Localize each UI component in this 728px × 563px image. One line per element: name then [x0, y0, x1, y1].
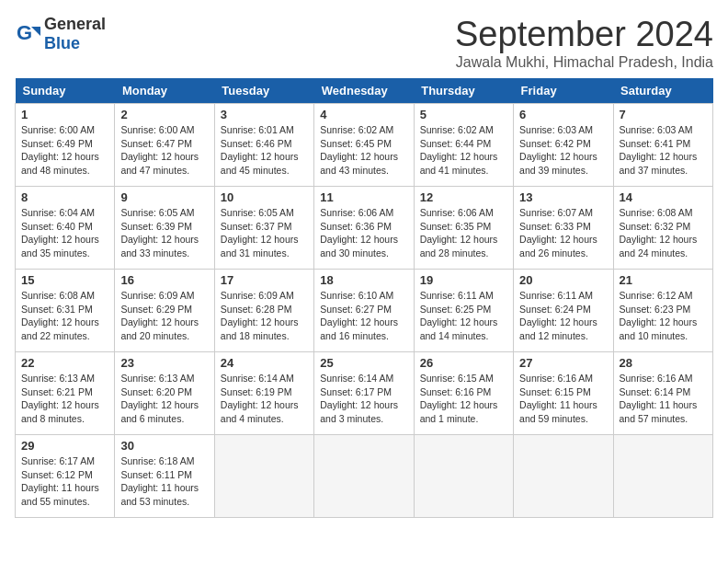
day-number: 26: [420, 356, 507, 370]
title-area: September 2024 Jawala Mukhi, Himachal Pr…: [455, 15, 713, 71]
cell-info: Sunrise: 6:11 AMSunset: 6:25 PMDaylight:…: [420, 289, 507, 343]
day-number: 16: [120, 273, 208, 287]
logo-blue-text: Blue: [44, 34, 80, 52]
day-number: 2: [120, 108, 208, 121]
calendar-cell: 12Sunrise: 6:06 AMSunset: 6:35 PMDayligh…: [414, 187, 513, 270]
calendar-cell: 13Sunrise: 6:07 AMSunset: 6:33 PMDayligh…: [514, 187, 613, 270]
cell-info: Sunrise: 6:13 AMSunset: 6:20 PMDaylight:…: [120, 372, 208, 426]
svg-marker-1: [31, 27, 40, 36]
cell-info: Sunrise: 6:01 AMSunset: 6:46 PMDaylight:…: [221, 123, 308, 178]
col-header-thursday: Thursday: [414, 78, 513, 104]
cell-info: Sunrise: 6:03 AMSunset: 6:42 PMDaylight:…: [519, 123, 607, 178]
calendar-cell: 16Sunrise: 6:09 AMSunset: 6:29 PMDayligh…: [115, 270, 214, 352]
calendar-cell: [514, 435, 613, 518]
cell-info: Sunrise: 6:15 AMSunset: 6:16 PMDaylight:…: [420, 372, 507, 426]
calendar-cell: 7Sunrise: 6:03 AMSunset: 6:41 PMDaylight…: [613, 104, 712, 187]
calendar-cell: 9Sunrise: 6:05 AMSunset: 6:39 PMDaylight…: [115, 187, 214, 270]
cell-info: Sunrise: 6:13 AMSunset: 6:21 PMDaylight:…: [21, 372, 108, 426]
header: G General Blue September 2024 Jawala Muk…: [15, 15, 713, 71]
day-number: 17: [221, 273, 308, 287]
cell-info: Sunrise: 6:00 AMSunset: 6:49 PMDaylight:…: [21, 123, 108, 178]
day-number: 5: [420, 108, 507, 121]
day-number: 23: [120, 356, 208, 370]
cell-info: Sunrise: 6:12 AMSunset: 6:23 PMDaylight:…: [620, 289, 707, 343]
cell-info: Sunrise: 6:08 AMSunset: 6:32 PMDaylight:…: [620, 206, 707, 260]
cell-info: Sunrise: 6:16 AMSunset: 6:14 PMDaylight:…: [620, 372, 707, 426]
calendar-cell: 24Sunrise: 6:14 AMSunset: 6:19 PMDayligh…: [214, 352, 313, 435]
logo: G General Blue: [15, 15, 106, 53]
calendar-cell: 4Sunrise: 6:02 AMSunset: 6:45 PMDaylight…: [314, 104, 414, 187]
calendar-cell: 20Sunrise: 6:11 AMSunset: 6:24 PMDayligh…: [514, 270, 613, 352]
day-number: 7: [620, 108, 707, 121]
day-number: 30: [120, 439, 208, 453]
day-number: 15: [21, 273, 108, 287]
day-number: 6: [519, 108, 607, 121]
calendar-cell: 10Sunrise: 6:05 AMSunset: 6:37 PMDayligh…: [214, 187, 313, 270]
calendar-cell: 6Sunrise: 6:03 AMSunset: 6:42 PMDaylight…: [514, 104, 613, 187]
calendar-table: SundayMondayTuesdayWednesdayThursdayFrid…: [15, 78, 713, 518]
calendar-cell: 25Sunrise: 6:14 AMSunset: 6:17 PMDayligh…: [314, 352, 414, 435]
col-header-saturday: Saturday: [613, 78, 712, 104]
day-number: 1: [21, 108, 108, 121]
day-number: 11: [320, 190, 407, 204]
calendar-cell: 1Sunrise: 6:00 AMSunset: 6:49 PMDaylight…: [16, 104, 115, 187]
calendar-cell: 29Sunrise: 6:17 AMSunset: 6:12 PMDayligh…: [16, 435, 115, 518]
day-number: 8: [21, 190, 108, 204]
month-title: September 2024: [455, 15, 713, 54]
cell-info: Sunrise: 6:05 AMSunset: 6:39 PMDaylight:…: [120, 206, 208, 260]
cell-info: Sunrise: 6:14 AMSunset: 6:19 PMDaylight:…: [221, 372, 308, 426]
day-number: 13: [519, 190, 607, 204]
day-number: 18: [320, 273, 407, 287]
cell-info: Sunrise: 6:04 AMSunset: 6:40 PMDaylight:…: [21, 206, 108, 260]
cell-info: Sunrise: 6:02 AMSunset: 6:45 PMDaylight:…: [320, 123, 407, 178]
calendar-cell: [613, 435, 712, 518]
cell-info: Sunrise: 6:17 AMSunset: 6:12 PMDaylight:…: [21, 454, 108, 509]
calendar-cell: [214, 435, 313, 518]
cell-info: Sunrise: 6:14 AMSunset: 6:17 PMDaylight:…: [320, 372, 407, 426]
cell-info: Sunrise: 6:16 AMSunset: 6:15 PMDaylight:…: [519, 372, 607, 426]
col-header-friday: Friday: [514, 78, 613, 104]
calendar-cell: 18Sunrise: 6:10 AMSunset: 6:27 PMDayligh…: [314, 270, 414, 352]
day-number: 3: [221, 108, 308, 121]
calendar-cell: 14Sunrise: 6:08 AMSunset: 6:32 PMDayligh…: [613, 187, 712, 270]
logo-icon: G: [15, 21, 40, 47]
cell-info: Sunrise: 6:05 AMSunset: 6:37 PMDaylight:…: [221, 206, 308, 260]
col-header-tuesday: Tuesday: [214, 78, 313, 104]
day-number: 27: [519, 356, 607, 370]
calendar-cell: 21Sunrise: 6:12 AMSunset: 6:23 PMDayligh…: [613, 270, 712, 352]
col-header-wednesday: Wednesday: [314, 78, 414, 104]
calendar-cell: 22Sunrise: 6:13 AMSunset: 6:21 PMDayligh…: [16, 352, 115, 435]
day-number: 20: [519, 273, 607, 287]
day-number: 19: [420, 273, 507, 287]
calendar-cell: 17Sunrise: 6:09 AMSunset: 6:28 PMDayligh…: [214, 270, 313, 352]
day-number: 14: [620, 190, 707, 204]
day-number: 4: [320, 108, 407, 121]
calendar-cell: 11Sunrise: 6:06 AMSunset: 6:36 PMDayligh…: [314, 187, 414, 270]
calendar-cell: 30Sunrise: 6:18 AMSunset: 6:11 PMDayligh…: [115, 435, 214, 518]
cell-info: Sunrise: 6:10 AMSunset: 6:27 PMDaylight:…: [320, 289, 407, 343]
day-number: 28: [620, 356, 707, 370]
calendar-cell: 23Sunrise: 6:13 AMSunset: 6:20 PMDayligh…: [115, 352, 214, 435]
calendar-cell: [414, 435, 513, 518]
calendar-cell: 2Sunrise: 6:00 AMSunset: 6:47 PMDaylight…: [115, 104, 214, 187]
svg-text:G: G: [17, 21, 32, 44]
logo-general-text: General: [44, 15, 106, 33]
cell-info: Sunrise: 6:08 AMSunset: 6:31 PMDaylight:…: [21, 289, 108, 343]
col-header-monday: Monday: [115, 78, 214, 104]
calendar-cell: 26Sunrise: 6:15 AMSunset: 6:16 PMDayligh…: [414, 352, 513, 435]
calendar-cell: 27Sunrise: 6:16 AMSunset: 6:15 PMDayligh…: [514, 352, 613, 435]
location-title: Jawala Mukhi, Himachal Pradesh, India: [455, 54, 713, 71]
cell-info: Sunrise: 6:09 AMSunset: 6:28 PMDaylight:…: [221, 289, 308, 343]
cell-info: Sunrise: 6:07 AMSunset: 6:33 PMDaylight:…: [519, 206, 607, 260]
calendar-cell: 15Sunrise: 6:08 AMSunset: 6:31 PMDayligh…: [16, 270, 115, 352]
cell-info: Sunrise: 6:00 AMSunset: 6:47 PMDaylight:…: [120, 123, 208, 178]
calendar-cell: 19Sunrise: 6:11 AMSunset: 6:25 PMDayligh…: [414, 270, 513, 352]
calendar-cell: 8Sunrise: 6:04 AMSunset: 6:40 PMDaylight…: [16, 187, 115, 270]
calendar-cell: 5Sunrise: 6:02 AMSunset: 6:44 PMDaylight…: [414, 104, 513, 187]
day-number: 9: [120, 190, 208, 204]
day-number: 12: [420, 190, 507, 204]
cell-info: Sunrise: 6:11 AMSunset: 6:24 PMDaylight:…: [519, 289, 607, 343]
cell-info: Sunrise: 6:18 AMSunset: 6:11 PMDaylight:…: [120, 454, 208, 509]
day-number: 21: [620, 273, 707, 287]
calendar-cell: [314, 435, 414, 518]
